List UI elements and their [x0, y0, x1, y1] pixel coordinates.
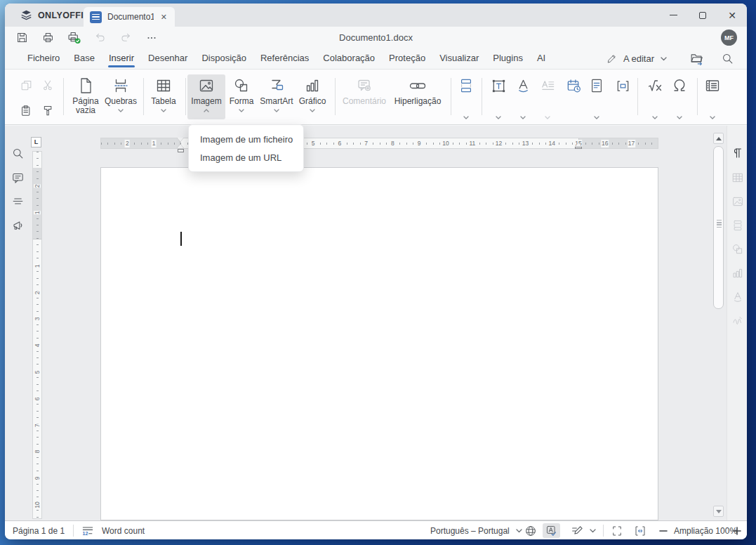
table-settings-button[interactable]	[730, 170, 745, 185]
signature-settings-button[interactable]	[730, 313, 745, 328]
scrollbar-thumb[interactable]	[713, 146, 724, 309]
zoom-out-button[interactable]	[658, 521, 668, 539]
chevron-down-icon	[274, 109, 279, 112]
tab-inserir[interactable]: Inserir	[108, 49, 135, 68]
word-count-button[interactable]: 12	[81, 521, 95, 539]
find-button[interactable]	[10, 145, 25, 161]
table-button[interactable]: Tabela	[145, 74, 182, 119]
menu-item-image-from-url[interactable]: Imagem de um URL	[189, 148, 303, 166]
menu-tabs-row: Ficheiro Base Inserir Desenhar Disposiçã…	[5, 48, 747, 69]
search-icon[interactable]	[721, 52, 734, 65]
shape-settings-button[interactable]	[730, 242, 745, 257]
zoom-level-label[interactable]: Ampliação 100%	[674, 521, 737, 539]
navigation-panel-button[interactable]	[10, 193, 25, 209]
chevron-down-icon	[118, 109, 124, 112]
header-footer-settings-button[interactable]	[730, 218, 745, 233]
feedback-button[interactable]	[10, 218, 25, 233]
horizontal-ruler[interactable]: 211234567891011121314151617	[100, 138, 658, 149]
paragraph-settings-button[interactable]	[730, 145, 745, 161]
symbol-button[interactable]	[668, 74, 691, 119]
tab-plugins[interactable]: Plugins	[492, 49, 524, 68]
set-language-button[interactable]	[524, 521, 537, 539]
comments-panel-button[interactable]	[10, 170, 25, 185]
chart-button[interactable]: Gráfico	[294, 74, 331, 119]
tab-ficheiro[interactable]: Ficheiro	[27, 49, 60, 68]
blank-page-button[interactable]: Página vazia	[67, 74, 105, 119]
tab-visualizar[interactable]: Visualizar	[439, 49, 479, 68]
quick-print-button[interactable]	[65, 29, 82, 46]
text-art-settings-button[interactable]	[730, 289, 745, 305]
header-footer-button[interactable]	[454, 74, 478, 119]
avatar[interactable]: MF	[721, 29, 737, 46]
tab-desenhar[interactable]: Desenhar	[147, 49, 188, 68]
vertical-ruler[interactable]: 2112345678910	[32, 151, 42, 519]
text-art-icon	[515, 78, 531, 94]
tab-colaboracao[interactable]: Colaboração	[322, 49, 376, 68]
comment-button[interactable]: Comentário	[336, 74, 392, 119]
breaks-button[interactable]: Quebras	[102, 74, 139, 119]
fit-width-button[interactable]	[634, 521, 646, 539]
minimize-button[interactable]	[658, 4, 688, 27]
copy-button[interactable]	[17, 76, 35, 94]
zoom-in-button[interactable]	[732, 521, 742, 539]
close-button[interactable]: ✕	[717, 4, 747, 27]
tab-ai[interactable]: AI	[536, 49, 546, 68]
spell-check-icon	[545, 525, 557, 537]
open-file-location-icon[interactable]	[689, 52, 704, 65]
fit-page-button[interactable]	[611, 521, 623, 539]
spell-check-button[interactable]	[543, 523, 560, 538]
maximize-button[interactable]	[688, 4, 717, 27]
scroll-up-button[interactable]	[713, 133, 724, 144]
chart-icon	[304, 77, 321, 94]
chevron-down-icon	[161, 109, 166, 112]
tab-disposicao[interactable]: Disposição	[201, 49, 247, 68]
comments-icon	[11, 171, 25, 185]
undo-button[interactable]	[91, 29, 108, 46]
smartart-button[interactable]: SmartArt	[256, 74, 298, 119]
chart-settings-button[interactable]	[730, 265, 745, 281]
right-indent-marker[interactable]	[575, 143, 582, 149]
drop-cap-button[interactable]	[536, 74, 559, 119]
equation-button[interactable]	[643, 74, 667, 119]
cut-button[interactable]	[39, 76, 57, 94]
search-icon	[11, 147, 25, 160]
tab-referencias[interactable]: Referências	[260, 49, 310, 68]
vertical-scrollbar[interactable]	[713, 133, 724, 519]
word-count-label[interactable]: Word count	[102, 521, 145, 539]
scroll-down-button[interactable]	[713, 506, 724, 517]
print-button[interactable]	[39, 29, 56, 46]
language-selector[interactable]: Português – Portugal	[430, 521, 522, 539]
tab-stop-selector[interactable]: L	[31, 137, 41, 147]
hanging-indent-marker[interactable]	[177, 144, 184, 148]
redo-button[interactable]	[117, 29, 134, 46]
tab-base[interactable]: Base	[73, 49, 95, 68]
more-dots-icon	[145, 32, 158, 44]
left-indent-marker[interactable]	[178, 149, 184, 152]
cover-page-button[interactable]	[585, 74, 609, 119]
document-tab[interactable]: Documento1.... ✕	[84, 7, 175, 27]
header-footer-icon	[458, 77, 474, 94]
first-line-indent-marker[interactable]	[177, 138, 184, 142]
chevron-down-icon[interactable]	[661, 57, 667, 61]
customize-toolbar-button[interactable]	[143, 29, 160, 46]
editing-mode-label[interactable]: A editar	[623, 53, 654, 64]
tab-protecao[interactable]: Proteção	[388, 49, 426, 68]
window-controls: ✕	[658, 4, 747, 27]
text-box-button[interactable]	[486, 74, 510, 119]
image-settings-button[interactable]	[730, 194, 745, 209]
menu-item-image-from-file[interactable]: Imagem de um ficheiro	[189, 130, 303, 148]
text-art-button[interactable]	[511, 74, 535, 119]
save-button[interactable]	[13, 29, 30, 46]
field-button[interactable]	[611, 74, 635, 119]
image-button[interactable]: Imagem	[187, 74, 225, 119]
format-painter-button[interactable]	[39, 101, 57, 119]
shape-button[interactable]: Forma	[225, 74, 258, 119]
document-page[interactable]	[100, 167, 658, 520]
paste-button[interactable]	[17, 101, 35, 119]
date-time-button[interactable]	[562, 74, 585, 119]
track-changes-button[interactable]	[571, 521, 596, 539]
close-tab-icon[interactable]: ✕	[159, 13, 168, 22]
table-settings-icon	[731, 171, 744, 184]
hyperlink-button[interactable]: Hiperligação	[388, 74, 447, 119]
content-controls-button[interactable]	[701, 74, 724, 119]
